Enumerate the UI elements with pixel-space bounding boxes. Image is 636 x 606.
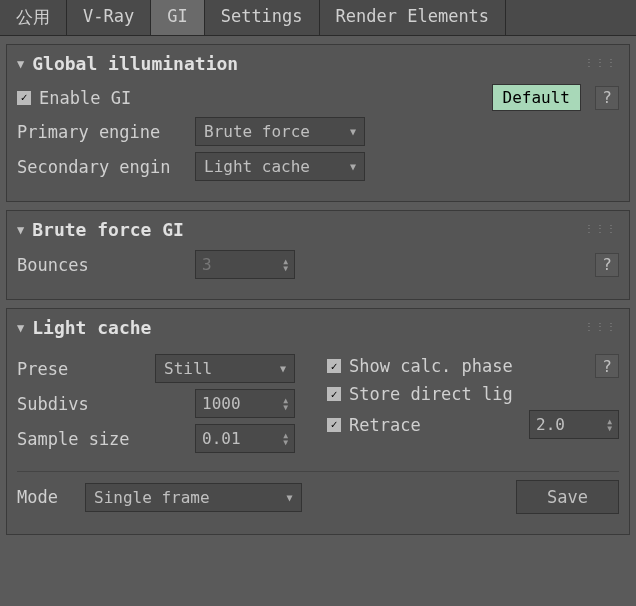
subdivs-value: 1000 xyxy=(202,394,241,413)
spinner-arrows-icon[interactable]: ▲▼ xyxy=(283,397,288,411)
subdivs-spinner[interactable]: 1000 ▲▼ xyxy=(195,389,295,418)
drag-handle-icon[interactable]: ⋮⋮⋮ xyxy=(584,223,617,234)
panel-title: Global illumination xyxy=(32,53,238,74)
panel-light-cache: ▼ Light cache ⋮⋮⋮ Prese Still ▼ Subdivs … xyxy=(6,308,630,535)
panel-title: Light cache xyxy=(32,317,151,338)
sample-size-value: 0.01 xyxy=(202,429,241,448)
sample-size-spinner[interactable]: 0.01 ▲▼ xyxy=(195,424,295,453)
enable-gi-label: Enable GI xyxy=(39,88,131,108)
panel-header: ▼ Brute force GI ⋮⋮⋮ xyxy=(17,219,619,240)
retrace-checkbox[interactable]: ✓ xyxy=(327,418,341,432)
help-button[interactable]: ? xyxy=(595,86,619,110)
chevron-down-icon: ▼ xyxy=(280,363,286,374)
collapse-icon[interactable]: ▼ xyxy=(17,223,24,237)
help-button[interactable]: ? xyxy=(595,253,619,277)
retrace-value: 2.0 xyxy=(536,415,565,434)
mode-value: Single frame xyxy=(94,488,210,507)
mode-dropdown[interactable]: Single frame ▼ xyxy=(85,483,302,512)
default-button[interactable]: Default xyxy=(492,84,581,111)
tab-settings[interactable]: Settings xyxy=(205,0,320,35)
primary-engine-dropdown[interactable]: Brute force ▼ xyxy=(195,117,365,146)
panel-header: ▼ Global illumination ⋮⋮⋮ xyxy=(17,53,619,74)
collapse-icon[interactable]: ▼ xyxy=(17,57,24,71)
show-calc-label: Show calc. phase xyxy=(349,356,513,376)
store-direct-label: Store direct lig xyxy=(349,384,513,404)
enable-gi-checkbox[interactable]: ✓ xyxy=(17,91,31,105)
bounces-label: Bounces xyxy=(17,255,187,275)
preset-value: Still xyxy=(164,359,212,378)
chevron-down-icon: ▼ xyxy=(287,492,293,503)
drag-handle-icon[interactable]: ⋮⋮⋮ xyxy=(584,321,617,332)
secondary-engine-dropdown[interactable]: Light cache ▼ xyxy=(195,152,365,181)
secondary-engine-label: Secondary engin xyxy=(17,157,187,177)
panel-global-illumination: ▼ Global illumination ⋮⋮⋮ ✓ Enable GI De… xyxy=(6,44,630,202)
spinner-arrows-icon[interactable]: ▲▼ xyxy=(283,432,288,446)
spinner-arrows-icon[interactable]: ▲▼ xyxy=(607,418,612,432)
drag-handle-icon[interactable]: ⋮⋮⋮ xyxy=(584,57,617,68)
tab-render-elements[interactable]: Render Elements xyxy=(320,0,507,35)
retrace-spinner[interactable]: 2.0 ▲▼ xyxy=(529,410,619,439)
preset-label: Prese xyxy=(17,359,147,379)
tab-vray[interactable]: V-Ray xyxy=(67,0,151,35)
tab-bar: 公用 V-Ray GI Settings Render Elements xyxy=(0,0,636,36)
help-button[interactable]: ? xyxy=(595,354,619,378)
retrace-label: Retrace xyxy=(349,415,421,435)
divider xyxy=(17,471,619,472)
bounces-value: 3 xyxy=(202,255,212,274)
preset-dropdown[interactable]: Still ▼ xyxy=(155,354,295,383)
panel-title: Brute force GI xyxy=(32,219,184,240)
primary-engine-label: Primary engine xyxy=(17,122,187,142)
primary-engine-value: Brute force xyxy=(204,122,310,141)
panel-brute-force: ▼ Brute force GI ⋮⋮⋮ Bounces 3 ▲▼ ? xyxy=(6,210,630,300)
store-direct-checkbox[interactable]: ✓ xyxy=(327,387,341,401)
collapse-icon[interactable]: ▼ xyxy=(17,321,24,335)
secondary-engine-value: Light cache xyxy=(204,157,310,176)
sample-size-label: Sample size xyxy=(17,429,187,449)
tab-common[interactable]: 公用 xyxy=(0,0,67,35)
tab-gi[interactable]: GI xyxy=(151,0,204,35)
mode-label: Mode xyxy=(17,487,77,507)
panel-header: ▼ Light cache ⋮⋮⋮ xyxy=(17,317,619,338)
subdivs-label: Subdivs xyxy=(17,394,187,414)
bounces-spinner[interactable]: 3 ▲▼ xyxy=(195,250,295,279)
save-button[interactable]: Save xyxy=(516,480,619,514)
chevron-down-icon: ▼ xyxy=(350,126,356,137)
chevron-down-icon: ▼ xyxy=(350,161,356,172)
show-calc-checkbox[interactable]: ✓ xyxy=(327,359,341,373)
spinner-arrows-icon[interactable]: ▲▼ xyxy=(283,258,288,272)
